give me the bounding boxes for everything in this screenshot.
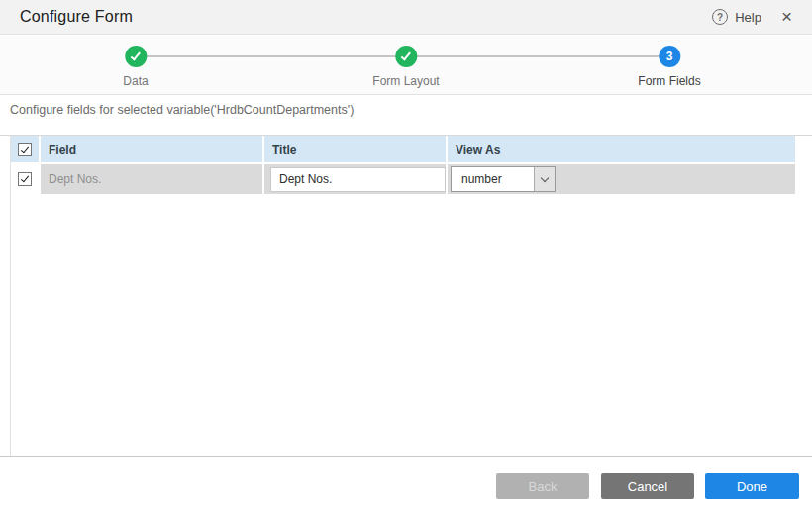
close-icon[interactable]: × <box>775 9 792 25</box>
instruction-text: Configure fields for selected variable('… <box>10 103 354 117</box>
step-label-form-fields: Form Fields <box>638 74 700 88</box>
step-data[interactable]: Data <box>123 46 148 88</box>
step-label-form-layout: Form Layout <box>372 74 439 88</box>
table-header-row: Field Title View As <box>11 136 795 162</box>
step-complete-check-icon <box>125 46 147 67</box>
column-header-field: Field <box>41 136 264 162</box>
back-button[interactable]: Back <box>496 473 589 499</box>
view-as-cell: number <box>448 164 795 194</box>
header-checkbox-cell <box>11 136 41 162</box>
step-form-fields[interactable]: 3 Form Fields <box>638 46 700 88</box>
step-number: 3 <box>666 50 673 63</box>
checkbox-check-icon <box>21 174 29 183</box>
column-header-title: Title <box>264 136 448 162</box>
help-label: Help <box>735 10 761 25</box>
dialog-title: Configure Form <box>20 8 133 26</box>
view-as-select[interactable]: number <box>451 166 556 192</box>
help-button[interactable]: ? Help <box>712 9 761 25</box>
step-complete-check-icon <box>395 46 417 67</box>
step-label-data: Data <box>123 74 148 88</box>
cancel-button[interactable]: Cancel <box>601 473 694 499</box>
help-icon: ? <box>712 9 728 25</box>
chevron-down-icon <box>534 167 555 191</box>
check-icon <box>131 51 141 61</box>
checkbox-check-icon <box>21 144 29 153</box>
done-button[interactable]: Done <box>705 473 799 499</box>
row-checkbox-cell <box>11 164 41 194</box>
table-container: Field Title View As Dept Nos. number <box>0 135 812 457</box>
title-input[interactable] <box>270 167 446 192</box>
title-cell <box>264 164 448 194</box>
configure-form-dialog: Configure Form ? Help × Data Form Layout <box>0 0 812 513</box>
chevron-glyph <box>541 173 549 181</box>
field-name-cell: Dept Nos. <box>41 164 264 194</box>
fields-table: Field Title View As Dept Nos. number <box>10 136 795 456</box>
table-row: Dept Nos. number <box>11 164 795 194</box>
check-icon <box>401 51 411 61</box>
help-icon-glyph: ? <box>717 12 723 23</box>
row-checkbox[interactable] <box>18 172 32 186</box>
select-selected-value: number <box>452 167 534 191</box>
titlebar: Configure Form ? Help × <box>0 0 812 35</box>
titlebar-actions: ? Help × <box>712 9 792 25</box>
step-form-layout[interactable]: Form Layout <box>372 46 439 88</box>
wizard-stepper: Data Form Layout 3 Form Fields <box>0 36 812 95</box>
select-all-checkbox[interactable] <box>18 143 32 156</box>
step-number-badge: 3 <box>659 46 680 67</box>
column-header-view-as: View As <box>448 136 795 162</box>
